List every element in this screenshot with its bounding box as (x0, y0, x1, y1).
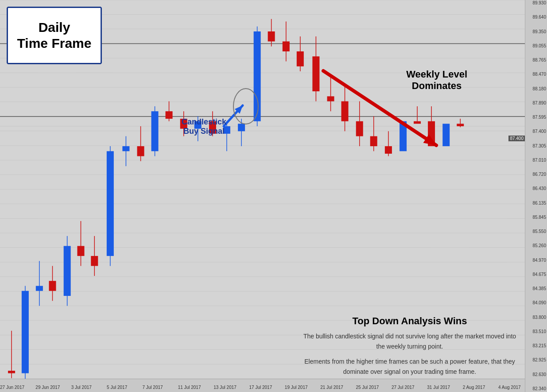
price-label: 89.930 (526, 1, 546, 5)
price-label: 87.400 (526, 129, 546, 134)
analysis-box: Top Down Analysis Wins The bullish candl… (299, 315, 520, 376)
price-label: 82.340 (526, 387, 546, 391)
price-label: 84.970 (526, 258, 546, 263)
price-label: 88.470 (526, 72, 546, 77)
date-label: 7 Jul 2017 (142, 385, 163, 390)
price-label: 88.765 (526, 58, 546, 62)
date-label: 17 Jul 2017 (249, 385, 272, 390)
price-label: 86.430 (526, 186, 546, 191)
date-axis: 27 Jun 201729 Jun 20173 Jul 20175 Jul 20… (0, 379, 525, 392)
date-label: 27 Jun 2017 (0, 385, 24, 390)
price-label: 82.925 (526, 358, 546, 362)
date-label: 25 Jul 2017 (356, 385, 379, 390)
price-label: 83.800 (526, 315, 546, 320)
date-label: 4 Aug 2017 (498, 385, 521, 390)
candlestick-signal-label: CandlestickBuy Signal (182, 117, 226, 136)
price-label: 87.595 (526, 115, 546, 120)
price-label: 89.350 (526, 30, 546, 34)
date-label: 31 Jul 2017 (427, 385, 450, 390)
weekly-level-label: Weekly LevelDominates (406, 69, 467, 92)
date-label: 5 Jul 2017 (107, 385, 127, 390)
analysis-paragraph1: The bullish candlestick signal did not s… (299, 331, 520, 351)
date-label: 29 Jun 2017 (35, 385, 60, 390)
date-label: 19 Jul 2017 (285, 385, 308, 390)
price-label: 84.090 (526, 301, 546, 305)
price-label: 85.550 (526, 229, 546, 234)
price-label: 87.305 (526, 144, 546, 148)
price-axis: 89.93089.64089.35089.05588.76588.47088.1… (525, 0, 547, 392)
price-label: 82.630 (526, 373, 546, 377)
price-label: 87.010 (526, 158, 546, 163)
date-label: 27 Jul 2017 (392, 385, 415, 390)
price-label: 85.845 (526, 215, 546, 220)
price-label: 83.215 (526, 344, 546, 348)
price-label: 84.385 (526, 287, 546, 291)
price-label: 88.180 (526, 87, 546, 91)
price-label: 86.720 (526, 172, 546, 177)
price-label: 86.135 (526, 201, 546, 206)
date-label: 2 Aug 2017 (463, 385, 485, 390)
chart-title: Daily Time Frame (17, 19, 92, 51)
title-line1: Daily (39, 20, 70, 35)
title-box: Daily Time Frame (7, 7, 102, 64)
price-label: 87.890 (526, 101, 546, 105)
date-label: 11 Jul 2017 (178, 385, 201, 390)
price-label: 85.260 (526, 244, 546, 248)
title-line2: Time Frame (17, 36, 92, 50)
price-label: 89.055 (526, 44, 546, 48)
analysis-title: Top Down Analysis Wins (299, 315, 520, 327)
price-label: 89.640 (526, 15, 546, 19)
date-label: 21 Jul 2017 (320, 385, 343, 390)
price-label: 83.510 (526, 330, 546, 334)
current-price-tag: 87.400 (508, 136, 525, 141)
analysis-paragraph2: Elements from the higher time frames can… (299, 357, 520, 376)
date-label: 3 Jul 2017 (71, 385, 92, 390)
price-label: 84.675 (526, 272, 546, 277)
date-label: 13 Jul 2017 (213, 385, 237, 390)
